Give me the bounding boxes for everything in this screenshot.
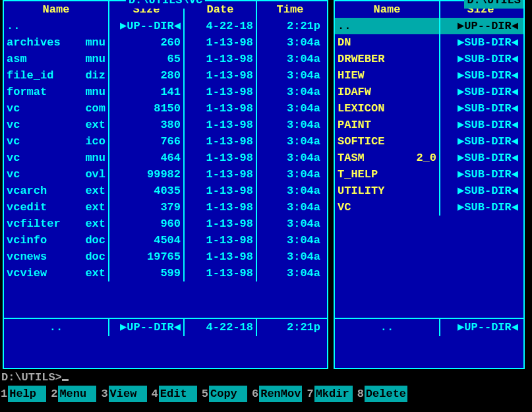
command-prompt[interactable]: D:\UTILS> bbox=[0, 369, 532, 386]
file-row[interactable]: vcext3801-13-983:04a bbox=[4, 117, 327, 133]
status-name: .. bbox=[4, 319, 109, 336]
status-size: ▶UP--DIR◀ bbox=[109, 319, 185, 336]
left-status-row: .. ▶UP--DIR◀ 4-22-18 2:21p bbox=[4, 318, 327, 336]
fkey-renmov[interactable]: 6RenMov bbox=[251, 386, 302, 402]
fkey-menu[interactable]: 2Menu bbox=[50, 386, 96, 402]
file-row[interactable]: vcfilterext9601-13-983:04a bbox=[4, 216, 327, 232]
file-row[interactable]: DRWEBER▶SUB-DIR◀ bbox=[335, 51, 523, 67]
right-file-list[interactable]: ..▶UP--DIR◀DN▶SUB-DIR◀DRWEBER▶SUB-DIR◀HI… bbox=[335, 18, 523, 318]
file-row[interactable]: TASM2_0▶SUB-DIR◀ bbox=[335, 150, 523, 166]
file-row[interactable]: formatmnu1411-13-983:04a bbox=[4, 84, 327, 100]
file-row[interactable]: vcnewsdoc197651-13-983:04a bbox=[4, 249, 327, 265]
header-time: Time bbox=[257, 1, 323, 18]
file-row[interactable]: ..▶UP--DIR◀ bbox=[335, 18, 523, 34]
file-row[interactable]: vceditext3791-13-983:04a bbox=[4, 199, 327, 216]
file-row[interactable]: vcico7661-13-983:04a bbox=[4, 133, 327, 150]
fkey-mkdir[interactable]: 7Mkdir bbox=[306, 386, 352, 402]
file-row[interactable]: file_iddiz2801-13-983:04a bbox=[4, 67, 327, 84]
fkey-help[interactable]: 1Help bbox=[0, 386, 46, 402]
file-row[interactable]: HIEW▶SUB-DIR◀ bbox=[335, 67, 523, 84]
file-row[interactable]: DN▶SUB-DIR◀ bbox=[335, 34, 523, 51]
file-row[interactable]: vcovl999821-13-983:04a bbox=[4, 166, 327, 183]
file-row[interactable]: LEXICON▶SUB-DIR◀ bbox=[335, 100, 523, 117]
fkey-view[interactable]: 3View bbox=[100, 386, 146, 402]
file-row[interactable]: vcmnu4641-13-983:04a bbox=[4, 150, 327, 166]
function-key-bar: 1Help2Menu3View4Edit5Copy6RenMov7Mkdir8D… bbox=[0, 386, 532, 402]
file-row[interactable]: archivesmnu2601-13-983:04a bbox=[4, 34, 327, 51]
file-row[interactable]: vccom81501-13-983:04a bbox=[4, 100, 327, 117]
file-row[interactable]: UTILITY▶SUB-DIR◀ bbox=[335, 183, 523, 199]
file-row[interactable]: T_HELP▶SUB-DIR◀ bbox=[335, 166, 523, 183]
prompt-text: D:\UTILS> bbox=[1, 371, 62, 384]
file-row[interactable]: ..▶UP--DIR◀4-22-182:21p bbox=[4, 18, 327, 34]
status-date: 4-22-18 bbox=[185, 319, 257, 336]
file-row[interactable]: vcarchext40351-13-983:04a bbox=[4, 183, 327, 199]
status-name: .. bbox=[335, 319, 440, 336]
file-row[interactable]: asmmnu651-13-983:04a bbox=[4, 51, 327, 67]
file-row[interactable]: SOFTICE▶SUB-DIR◀ bbox=[335, 133, 523, 150]
left-panel: D:\UTILS\VC Name Size Date Time ..▶UP--D… bbox=[3, 0, 328, 369]
cursor-icon bbox=[62, 379, 69, 381]
header-name: Name bbox=[4, 1, 109, 18]
fkey-copy[interactable]: 5Copy bbox=[201, 386, 247, 402]
left-panel-title: D:\UTILS\VC bbox=[126, 0, 205, 9]
file-row[interactable]: IDAFW▶SUB-DIR◀ bbox=[335, 84, 523, 100]
fkey-delete[interactable]: 8Delete bbox=[357, 386, 407, 402]
right-panel-title: D:\UTILS bbox=[464, 0, 523, 9]
fkey-edit[interactable]: 4Edit bbox=[151, 386, 197, 402]
header-name: Name bbox=[335, 1, 440, 18]
file-row[interactable]: VC▶SUB-DIR◀ bbox=[335, 199, 523, 216]
right-panel: D:\UTILS Name Size ..▶UP--DIR◀DN▶SUB-DIR… bbox=[334, 0, 525, 369]
right-status-row: .. ▶UP--DIR◀ bbox=[335, 318, 523, 336]
file-row[interactable]: vcinfodoc45041-13-983:04a bbox=[4, 232, 327, 249]
file-row[interactable]: vcviewext5991-13-983:04a bbox=[4, 265, 327, 281]
status-time: 2:21p bbox=[257, 319, 323, 336]
left-file-list[interactable]: ..▶UP--DIR◀4-22-182:21parchivesmnu2601-1… bbox=[4, 18, 327, 318]
file-row[interactable]: PAINT▶SUB-DIR◀ bbox=[335, 117, 523, 133]
status-size: ▶UP--DIR◀ bbox=[440, 319, 521, 336]
